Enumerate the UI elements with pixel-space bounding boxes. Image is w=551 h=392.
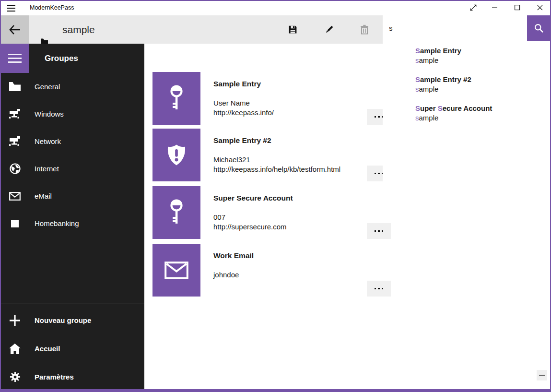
sidebar-item-home[interactable]: Accueil	[0, 334, 144, 363]
sidebar-item-label: Paramètres	[35, 363, 74, 391]
maximize-icon	[515, 5, 520, 11]
entry-title: Super Secure Account	[213, 193, 293, 203]
save-icon	[288, 24, 298, 35]
search-input[interactable]	[383, 15, 527, 41]
sidebar-item-label: General	[35, 73, 60, 100]
window-border	[0, 0, 1, 392]
envelope-icon	[9, 190, 21, 202]
workstation-icon	[9, 108, 21, 120]
fullscreen-button[interactable]	[462, 0, 484, 15]
mail-icon	[164, 261, 188, 279]
entry-tile[interactable]	[152, 72, 200, 125]
entry-title: Work Email	[213, 251, 254, 261]
home-icon	[9, 343, 21, 355]
sidebar-item-new-group[interactable]: Nouveau groupe	[0, 306, 144, 334]
entry-username: User Name	[213, 98, 274, 108]
sidebar-heading: Groupes	[45, 44, 78, 73]
suggestion-title: Sample Entry #2	[415, 75, 550, 84]
fullscreen-icon	[470, 4, 477, 11]
sidebar-item-internet[interactable]: Internet	[0, 155, 144, 182]
minimize-icon	[492, 5, 498, 11]
suggestion-title: Super Secure Account	[415, 104, 550, 113]
entry-username: 007	[213, 213, 287, 222]
sidebar-item-email[interactable]: eMail	[0, 182, 144, 210]
search-button[interactable]	[527, 15, 550, 41]
entry-url: http://supersecure.com	[213, 222, 287, 232]
sidebar-footer: Nouveau groupe Accueil	[0, 304, 144, 391]
minus-icon	[539, 375, 545, 376]
suggestion-title: Sample Entry	[415, 46, 550, 56]
plus-icon	[9, 314, 21, 327]
sidebar-hamburger-button[interactable]	[0, 44, 29, 73]
edit-button[interactable]	[315, 15, 343, 44]
window-border	[0, 389, 551, 392]
entry-details: User Name http://keepass.info/	[213, 98, 274, 118]
sidebar-item-label: Network	[35, 128, 61, 155]
entry-url: http://keepass.info/help/kb/testform.htm…	[213, 165, 340, 174]
trash-icon	[360, 24, 369, 35]
app-title: ModernKeePass	[30, 0, 74, 15]
pencil-icon	[324, 24, 334, 35]
sidebar-item-label: Accueil	[35, 334, 60, 363]
sidebar-item-general[interactable]: General	[0, 73, 144, 100]
entry-row: Work Email johndoe	[152, 244, 527, 297]
sidebar-item-label: Internet	[35, 155, 59, 182]
search-suggestions: Sample Entry sample Sample Entry #2 samp…	[383, 41, 550, 185]
entry-url: http://keepass.info/	[213, 108, 274, 118]
search-box	[383, 15, 527, 41]
titlebar-menu-icon[interactable]	[7, 4, 16, 11]
sidebar-item-label: Nouveau groupe	[35, 306, 91, 334]
search-icon	[534, 24, 543, 33]
entry-details: 007 http://supersecure.com	[213, 213, 287, 232]
suggestion-item[interactable]: Sample Entry #2 sample	[415, 75, 550, 104]
entry-details: johndoe	[213, 270, 239, 280]
suggestion-item[interactable]: Super Secure Account sample	[415, 104, 550, 132]
folder-icon	[9, 81, 21, 93]
entry-row: Super Secure Account 007 http://supersec…	[152, 186, 527, 239]
workstation-icon	[9, 135, 21, 148]
sidebar-item-label: Homebanking	[35, 210, 79, 237]
sidebar-item-label: eMail	[35, 182, 52, 210]
title-bar: ModernKeePass	[0, 0, 551, 15]
sidebar: Groupes General	[0, 44, 144, 389]
sidebar-item-windows[interactable]: Windows	[0, 100, 144, 128]
globe-icon	[9, 163, 21, 175]
save-button[interactable]	[278, 15, 307, 44]
database-title: sample	[62, 15, 95, 44]
delete-button[interactable]	[350, 15, 379, 44]
entry-details: Michael321 http://keepass.info/help/kb/t…	[213, 155, 340, 174]
zoom-out-button[interactable]	[537, 370, 547, 380]
close-button[interactable]	[529, 0, 551, 15]
key-icon	[168, 84, 185, 112]
suggestion-subtitle: sample	[415, 113, 550, 123]
entry-more-button[interactable]	[367, 223, 391, 239]
sidebar-item-label: Windows	[35, 100, 64, 128]
entry-tile[interactable]	[152, 129, 200, 181]
back-button[interactable]	[0, 15, 29, 44]
entry-username: Michael321	[213, 155, 340, 165]
back-arrow-icon	[9, 25, 21, 35]
entry-tile[interactable]	[152, 186, 200, 239]
entry-username: johndoe	[213, 270, 239, 280]
sidebar-item-network[interactable]: Network	[0, 128, 144, 155]
minimize-button[interactable]	[484, 0, 506, 15]
window-border	[0, 0, 551, 1]
suggestion-subtitle: sample	[415, 84, 550, 94]
entry-title: Sample Entry	[213, 79, 261, 89]
entry-tile[interactable]	[152, 244, 200, 297]
group-list: General Windows	[0, 73, 144, 237]
entry-more-button[interactable]	[367, 281, 391, 297]
suggestion-item[interactable]: Sample Entry sample	[415, 46, 550, 75]
close-icon	[537, 5, 543, 11]
sidebar-item-settings[interactable]: Paramètres	[0, 363, 144, 391]
entry-title: Sample Entry #2	[213, 136, 271, 145]
sidebar-item-homebanking[interactable]: Homebanking	[0, 210, 144, 237]
suggestion-subtitle: sample	[415, 56, 550, 65]
key-icon	[168, 199, 185, 226]
shield-icon	[166, 144, 187, 166]
app-window: ModernKeePass sample	[0, 0, 551, 392]
square-icon	[9, 217, 21, 230]
maximize-button[interactable]	[506, 0, 528, 15]
gear-icon	[9, 371, 21, 383]
